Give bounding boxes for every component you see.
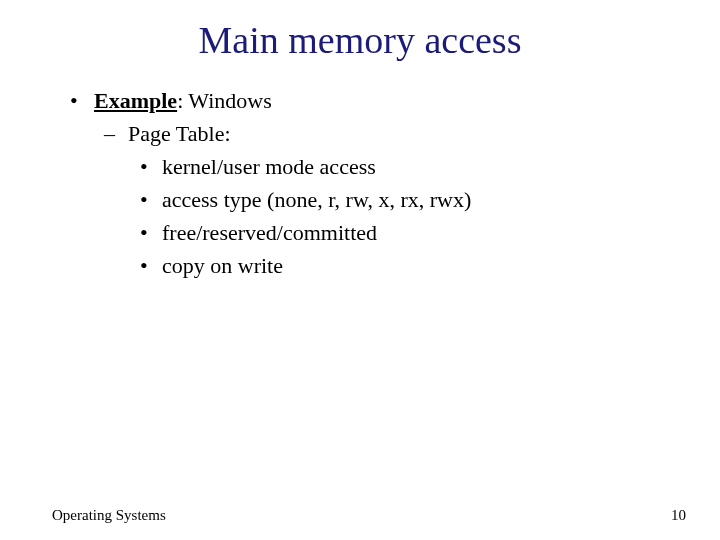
bullet-item-0: kernel/user mode access [68, 150, 720, 183]
example-value: : Windows [177, 88, 272, 113]
bullet-page-table: Page Table: [68, 117, 720, 150]
bullet-item-1: access type (none, r, rw, x, rx, rwx) [68, 183, 720, 216]
bullet-item-2: free/reserved/committed [68, 216, 720, 249]
example-label: Example [94, 88, 177, 113]
slide: Main memory access Example: Windows Page… [0, 0, 720, 540]
bullet-item-3: copy on write [68, 249, 720, 282]
bullet-example: Example: Windows [68, 84, 720, 117]
slide-body: Example: Windows Page Table: kernel/user… [0, 62, 720, 282]
footer-left-text: Operating Systems [52, 507, 166, 524]
slide-title: Main memory access [0, 0, 720, 62]
footer-page-number: 10 [671, 507, 686, 524]
